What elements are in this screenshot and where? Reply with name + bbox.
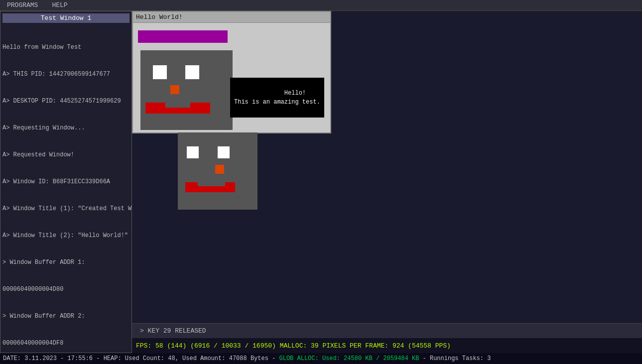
fps-content: FPS: 58 (144) (6916 / 10033 / 16950) MAL…	[136, 342, 451, 350]
tooltip-line2: This is an amazing test.	[234, 99, 320, 106]
terminal-title: Test Window 1	[2, 13, 129, 23]
term-line-3: A> Requesting Window...	[2, 123, 129, 132]
eye-left-2	[187, 146, 199, 158]
eye-left-1	[153, 65, 167, 79]
status-bar: > KEY 29 RELEASED	[132, 323, 642, 338]
nose-1	[170, 85, 179, 94]
term-line-9: 00006040000004D80	[2, 285, 129, 294]
date-info: DATE: 3.11.2023 - 17:55:6 - HEAP: Used C…	[3, 355, 275, 362]
eye-right-2	[218, 146, 230, 158]
term-line-0: Hello from Window Test	[2, 43, 129, 52]
glob-alloc-info: GLOB ALLOC: Used: 24580 KB / 2059484 KB	[279, 355, 419, 362]
terminal-panel: Test Window 1 Hello from Window Test A> …	[0, 11, 132, 353]
bottom-area: > KEY 29 RELEASED FPS: 58 (144) (6916 / …	[132, 323, 642, 353]
mouth-2-bottom	[185, 186, 235, 192]
eye-right-1	[185, 65, 199, 79]
purple-bar	[138, 30, 228, 43]
term-line-5: A> Window ID: B68F31ECC339D66A	[2, 177, 129, 186]
nose-2	[215, 165, 224, 174]
term-line-4: A> Requested Window!	[2, 150, 129, 159]
menu-programs[interactable]: PROGRAMS	[4, 0, 41, 10]
hello-window-body: Hello! This is an amazing test.	[133, 23, 330, 132]
tooltip-line1: Hello!	[284, 90, 306, 97]
hello-window-title: Hello World!	[133, 12, 330, 23]
term-line-11: 00006040000004DF8	[2, 339, 129, 348]
app-container: PROGRAMS HELP Test Window 1 Hello from W…	[0, 0, 642, 364]
key-released-label: > KEY 29 RELEASED	[136, 327, 210, 335]
menu-help[interactable]: HELP	[49, 0, 70, 10]
content-row: Test Window 1 Hello from Window Test A> …	[0, 11, 642, 353]
mouth-1-bottom	[145, 108, 210, 114]
terminal-content: Hello from Window Test A> THIS PID: 1442…	[2, 25, 129, 353]
term-line-7: A> Window Title (2): "Hello World!"	[2, 231, 129, 240]
term-line-8: > Window Buffer ADDR 1:	[2, 258, 129, 267]
term-line-6: A> Window Title (1): "Created Test Windo…	[2, 204, 129, 213]
info-bar: DATE: 3.11.2023 - 17:55:6 - HEAP: Used C…	[0, 353, 642, 364]
term-line-2: A> DESKTOP PID: 44525274571999629	[2, 97, 129, 106]
tooltip-box: Hello! This is an amazing test.	[230, 78, 324, 118]
task-info: - Runnings Tasks: 3	[423, 355, 491, 362]
term-line-1: A> THIS PID: 14427006599147677	[2, 70, 129, 79]
canvas-wrapper: Hello World!	[132, 11, 642, 323]
hello-world-window[interactable]: Hello World!	[132, 11, 331, 133]
right-area: Hello World!	[132, 11, 642, 353]
smiley-face-2	[178, 132, 257, 210]
smiley-face-1	[140, 50, 233, 130]
term-line-10: > Window Buffer ADDR 2:	[2, 312, 129, 321]
top-menu-bar: PROGRAMS HELP	[0, 0, 642, 11]
fps-bar: FPS: 58 (144) (6916 / 10033 / 16950) MAL…	[132, 338, 642, 353]
